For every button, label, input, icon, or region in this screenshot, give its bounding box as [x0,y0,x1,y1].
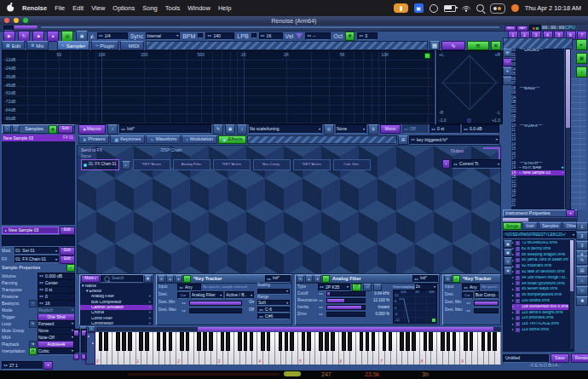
rename-icon[interactable]: ✎ [213,124,223,135]
device-lane-scrollbar[interactable]: ◂ ▸ [79,327,501,331]
scroll-right-button[interactable]: ▸ [88,326,95,332]
octave-value[interactable]: ◂▸3 [357,32,378,40]
edit-mode-toggle[interactable]: ▤ [61,31,73,42]
input-sample-select[interactable]: ◂▸Any [462,284,480,291]
close-scopes-button[interactable]: ✕ [491,41,501,50]
instrument-row[interactable]: 10 ***VOXFX*** [511,123,564,129]
battery-icon[interactable] [444,5,456,12]
piano-black-key[interactable] [169,332,173,351]
disk-preset-button[interactable]: 3 [576,241,588,250]
apple-logo-icon[interactable] [7,3,14,14]
clock-icon[interactable] [429,4,438,13]
piano-black-key[interactable] [279,332,283,351]
sample-properties-pin-button[interactable]: ▪ [66,264,75,272]
dest-device-select[interactable]: Bus Comp.▾ [475,291,499,299]
filename-field[interactable]: Untitled [503,354,549,363]
gain-value[interactable]: ◂▸0.0 dB [462,124,499,134]
piano-black-key[interactable] [203,332,207,351]
microphone-status-icon[interactable] [394,3,408,13]
piano-black-key[interactable] [186,332,190,351]
piano-black-key[interactable] [389,332,393,351]
sampler-tab[interactable]: ∿Waveform [146,135,181,144]
velocity-slider[interactable] [73,329,79,353]
disk-path-field[interactable]: / NOISEVRWS/FREESTYLE8/120+/▾ [503,231,576,239]
piano-black-key[interactable] [331,332,335,351]
settings-icon[interactable]: ✱ [576,296,588,306]
wifi-icon[interactable] [462,5,470,12]
add-device-button[interactable]: + [122,161,130,169]
device-search-input[interactable]: Search [101,275,143,283]
device-header[interactable]: Cab. Sim. [333,159,371,170]
piano-black-key[interactable] [99,332,103,351]
add-device-plus[interactable]: + [148,301,153,305]
piano-black-key[interactable] [209,332,213,351]
device-header[interactable]: *KEY*Active [293,159,331,170]
home-icon[interactable]: ⌂ [576,276,588,285]
sidebar-scroll-thumb[interactable] [503,218,528,221]
add-device-plus[interactable]: + [148,311,153,315]
song-position-track[interactable] [41,26,499,28]
scroll-thumb[interactable] [198,327,493,331]
param-slider[interactable] [326,312,366,317]
samples-edit-button[interactable]: Edit [58,125,73,134]
property-value[interactable]: ◂▸Cubic▾ [37,347,75,355]
tab-midi[interactable]: ◌MIDI [120,41,144,50]
piano-black-key[interactable] [139,332,143,351]
sample-footer-spinner[interactable]: ◂▸27 1 [2,361,43,370]
instrument-preset-field[interactable]: ◂▸Init* [119,124,211,134]
keyboard-left-cap[interactable] [85,332,95,365]
piano-black-key[interactable] [487,332,492,351]
add-device-plus[interactable]: + [148,317,153,321]
bpm-value[interactable]: ◂▸140 [205,32,234,40]
filter-shape-icon[interactable]: ◿ [363,284,372,291]
scroll-track[interactable] [96,327,501,331]
song-position-slider[interactable] [14,26,37,29]
metronome-value[interactable]: ◂▸1/4 [97,32,128,40]
play-button[interactable]: ▶ [3,31,15,42]
sampler-tab[interactable]: ▦Keyzones [110,135,145,144]
output-track-select[interactable]: ◂▸Current Tr.▾ [452,159,501,169]
menu-file[interactable]: File [55,5,65,12]
device-enabled-checkbox[interactable]: ✓ [183,275,191,283]
property-chip[interactable]: ▫ [29,300,37,307]
scale-note-icon[interactable]: ♪ [237,124,247,135]
menu-view[interactable]: View [91,5,105,12]
file-row[interactable]: ▸ ♪ 119 dizzer.xrns [512,327,568,333]
menu-edit[interactable]: Edit [72,5,84,12]
mod-set-select[interactable]: 01: Set 01▾ [14,247,59,255]
octave-keyboard-icon[interactable]: ▦ [345,32,355,41]
quantize-icon[interactable]: ◎ [324,124,334,135]
scale-select[interactable]: No scale/tuning▾ [249,124,322,134]
piano-black-key[interactable] [180,332,184,351]
device-move-down-button[interactable]: ▾ [314,275,321,283]
sampler-tab[interactable]: ≣Phrases [78,135,109,144]
sampler-tab[interactable]: ≈Modulation [182,135,217,144]
metronome-icon[interactable]: ◭ [90,33,95,38]
piano-black-key[interactable] [325,332,329,351]
piano-keyboard[interactable]: 0123456789 [95,332,501,365]
param-slider[interactable] [326,305,366,310]
file-preview-icon[interactable]: ◉ [504,267,512,275]
instrument-row[interactable]: 21 [511,204,564,209]
menu-app-name[interactable]: Renoise [22,5,47,12]
piano-black-key[interactable] [238,332,242,351]
dest-min-slider[interactable] [189,301,242,306]
fx-edit-button[interactable]: Edit [60,256,75,264]
user-switcher-icon[interactable] [490,3,505,14]
piano-black-key[interactable] [197,332,201,351]
piano-black-key[interactable] [145,332,149,351]
fx-chain-selector[interactable]: 01: FX Chain 01 [81,159,119,170]
file-row[interactable]: ▸ ♪ 116 lamb's delight.xrns [512,310,568,316]
remove-sample-button[interactable]: − [3,125,11,133]
sample-edit-button[interactable]: Edit [60,227,75,235]
file-row[interactable]: ▸ ♪ 94 rexan grunthum.xrns [512,281,568,287]
add-device-plus[interactable]: + [148,295,153,299]
device-close-button[interactable]: ✕ [158,275,165,283]
velocity-value[interactable]: ◂▸-- [305,32,331,40]
search-icon[interactable] [476,4,484,12]
instrument-row[interactable]: 00 ***DRUMS*** [511,49,564,54]
more-devices-button[interactable]: More▾ [81,275,100,283]
sample-keyzone-icon[interactable]: ▦ [49,125,57,134]
velocity-filter-icon[interactable] [296,33,303,38]
piano-black-key[interactable] [307,332,311,351]
